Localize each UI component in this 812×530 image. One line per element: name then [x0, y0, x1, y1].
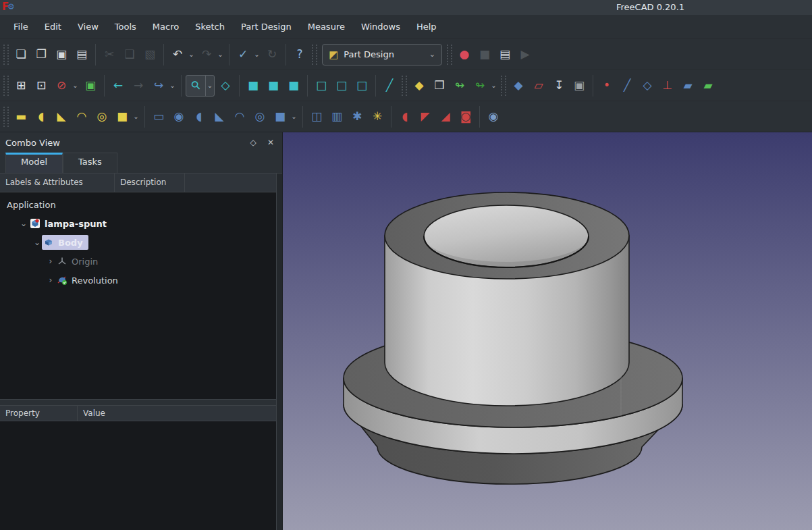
fillet-button[interactable]: ◖ [396, 106, 414, 128]
tree-item-origin[interactable]: ›Origin [0, 252, 282, 271]
additive-pipe-button[interactable]: ◠ [72, 106, 91, 128]
toolbar-handle[interactable] [3, 107, 9, 127]
nav-back-button[interactable]: ← [109, 75, 128, 97]
mirrored-button[interactable]: ◫ [307, 106, 326, 128]
subtractive-loft-button[interactable]: ◣ [210, 106, 229, 128]
caret-collapsed-icon[interactable]: › [46, 257, 55, 266]
validate-sketch-button[interactable]: ▣ [570, 75, 589, 97]
pocket-button[interactable]: ▭ [149, 106, 168, 128]
toolbar-handle[interactable] [312, 45, 317, 65]
groove-button[interactable]: ◖ [190, 106, 209, 128]
make-sub-link-dropdown-arrow[interactable]: ⌄ [489, 75, 498, 97]
revolution-button[interactable]: ◖ [32, 106, 51, 128]
fit-selection-button[interactable]: ⊡ [32, 75, 51, 97]
shape-binder-button[interactable]: ▰ [678, 75, 697, 97]
panel-scrollbar[interactable] [276, 174, 282, 530]
chamfer-button[interactable]: ◤ [416, 106, 435, 128]
caret-collapsed-icon[interactable]: › [46, 275, 55, 285]
left-view-button[interactable]: □ [352, 75, 371, 97]
datum-point-button[interactable]: • [597, 75, 616, 97]
top-view-button[interactable]: ■ [264, 75, 283, 97]
undo-button[interactable]: ↶⌄ [168, 44, 196, 65]
menu-item-file[interactable]: File [5, 18, 36, 35]
create-part-button[interactable]: ◆ [410, 75, 429, 97]
macro-edit-button[interactable]: ▤ [495, 44, 514, 65]
menu-item-view[interactable]: View [70, 18, 107, 35]
tree-item-lampa-spunt[interactable]: ⌄lampa-spunt [0, 214, 282, 233]
caret-expanded-icon[interactable]: ⌄ [19, 219, 28, 228]
selection-bounding-box-button[interactable]: ▣ [81, 75, 100, 97]
new-file-button[interactable]: ❏ [11, 44, 30, 65]
multi-transform-button[interactable]: ✳ [368, 106, 387, 128]
whats-this-button[interactable]: ? [290, 44, 309, 65]
value-column-header[interactable]: Value [78, 406, 282, 421]
tree-item-body[interactable]: ⌄Body [0, 233, 282, 252]
datum-plane-button[interactable]: ◇ [638, 75, 657, 97]
datum-line-button[interactable]: ╱ [618, 75, 637, 97]
datum-coordinate-system-button[interactable]: ⊥ [658, 75, 677, 97]
hole-button[interactable]: ◉ [169, 106, 188, 128]
print-button[interactable]: ▤ [72, 44, 91, 65]
close-panel-icon[interactable]: ✕ [265, 136, 277, 149]
menu-item-macro[interactable]: Macro [144, 18, 187, 35]
axonometric-view-button[interactable]: ◇ [216, 75, 235, 97]
refresh-check-dropdown-arrow[interactable]: ⌄ [252, 44, 261, 65]
thickness-button[interactable]: ◙ [456, 106, 475, 128]
workbench-selector[interactable]: ◩Part Design⌄ [322, 44, 442, 65]
save-file-button[interactable]: ▣ [52, 44, 71, 65]
tab-tasks[interactable]: Tasks [63, 153, 117, 173]
measure-linear-button[interactable]: ╱ [380, 75, 399, 97]
linear-pattern-button[interactable]: ▥ [327, 106, 346, 128]
make-link-button[interactable]: ↬ [450, 75, 469, 97]
make-sub-link-button[interactable]: ↬⌄ [470, 75, 498, 97]
tree-item-application[interactable]: Application [0, 195, 282, 214]
toolbar-handle[interactable] [3, 76, 9, 96]
rear-view-button[interactable]: □ [312, 75, 331, 97]
subtractive-pipe-button[interactable]: ◠ [230, 106, 249, 128]
subtractive-primitives-dropdown-arrow[interactable]: ⌄ [290, 106, 298, 128]
subtractive-helix-button[interactable]: ◎ [250, 106, 269, 128]
tab-model[interactable]: Model [5, 153, 63, 173]
caret-expanded-icon[interactable]: ⌄ [32, 238, 42, 247]
polar-pattern-button[interactable]: ✱ [348, 106, 367, 128]
draft-button[interactable]: ◢ [436, 106, 455, 128]
toolbar-handle[interactable] [447, 45, 452, 65]
menu-item-tools[interactable]: Tools [107, 18, 144, 35]
tree-header-labels[interactable]: Labels & Attributes [0, 174, 115, 192]
float-panel-icon[interactable]: ◇ [247, 136, 259, 149]
redo-dropdown-arrow[interactable]: ⌄ [216, 44, 225, 65]
additive-helix-button[interactable]: ◎ [92, 106, 111, 128]
draw-style-button[interactable]: ⊘⌄ [52, 75, 80, 97]
undo-dropdown-arrow[interactable]: ⌄ [187, 44, 196, 65]
subtractive-primitives-button[interactable]: ■⌄ [271, 106, 298, 128]
menu-item-edit[interactable]: Edit [36, 18, 70, 35]
zoom-tools-dropdown-arrow[interactable]: ⌄ [205, 75, 214, 97]
create-group-button[interactable]: ❒ [430, 75, 449, 97]
additive-loft-button[interactable]: ◣ [52, 106, 71, 128]
boolean-operation-button[interactable]: ◉ [484, 106, 503, 128]
additive-primitives-dropdown-arrow[interactable]: ⌄ [132, 106, 140, 128]
macro-record-button[interactable]: ● [455, 44, 474, 65]
refresh-check-button[interactable]: ✓⌄ [234, 44, 261, 65]
panel-splitter[interactable] [0, 400, 282, 405]
pad-button[interactable]: ▬ [11, 106, 30, 128]
toolbar-handle[interactable] [402, 76, 407, 96]
menu-item-help[interactable]: Help [408, 18, 445, 35]
tree-header-description[interactable]: Description [115, 174, 185, 192]
create-body-button[interactable]: ◆ [509, 75, 528, 97]
sub-shape-binder-button[interactable]: ▰ [699, 75, 718, 97]
create-sketch-button[interactable]: ▱ [529, 75, 548, 97]
draw-style-dropdown-arrow[interactable]: ⌄ [71, 75, 80, 97]
toolbar-handle[interactable] [3, 45, 9, 65]
viewport-3d[interactable] [283, 132, 812, 530]
zoom-tools-button[interactable]: ⚲⌄ [186, 75, 215, 97]
link-navigate-button[interactable]: ↪⌄ [149, 75, 177, 97]
fit-all-button[interactable]: ⊞ [11, 75, 30, 97]
menu-item-windows[interactable]: Windows [353, 18, 408, 35]
link-navigate-dropdown-arrow[interactable]: ⌄ [168, 75, 177, 97]
property-column-header[interactable]: Property [0, 406, 78, 421]
right-view-button[interactable]: ■ [284, 75, 303, 97]
menu-item-part-design[interactable]: Part Design [233, 18, 300, 35]
additive-primitives-button[interactable]: ■⌄ [113, 106, 140, 128]
bottom-view-button[interactable]: □ [332, 75, 351, 97]
